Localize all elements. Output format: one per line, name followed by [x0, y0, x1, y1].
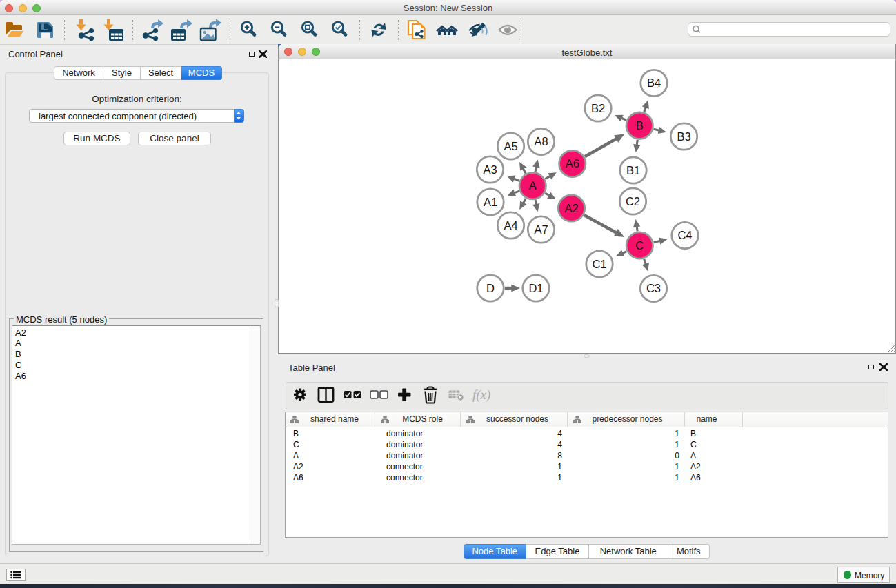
svg-text:D1: D1 — [528, 282, 543, 294]
svg-text:B1: B1 — [626, 164, 640, 176]
svg-text:B4: B4 — [647, 77, 661, 89]
svg-text:f(x): f(x) — [472, 387, 490, 403]
svg-text:A4: A4 — [504, 219, 517, 232]
svg-text:A7: A7 — [534, 223, 548, 236]
svg-text:A3: A3 — [483, 163, 497, 176]
svg-text:D: D — [486, 282, 495, 294]
svg-text:A6: A6 — [566, 157, 579, 170]
svg-text:A: A — [529, 179, 537, 192]
svg-text:C4: C4 — [677, 229, 692, 241]
svg-text:B: B — [636, 119, 644, 132]
svg-text:A8: A8 — [534, 135, 548, 148]
svg-text:C1: C1 — [592, 258, 606, 270]
svg-text:C: C — [635, 239, 644, 252]
svg-text:A1: A1 — [484, 196, 497, 208]
svg-text:C2: C2 — [626, 195, 640, 207]
svg-text:C3: C3 — [646, 282, 661, 294]
svg-text:B2: B2 — [591, 102, 605, 114]
svg-text:A5: A5 — [504, 140, 517, 152]
svg-text:B3: B3 — [677, 130, 690, 143]
svg-text:A2: A2 — [564, 202, 578, 214]
